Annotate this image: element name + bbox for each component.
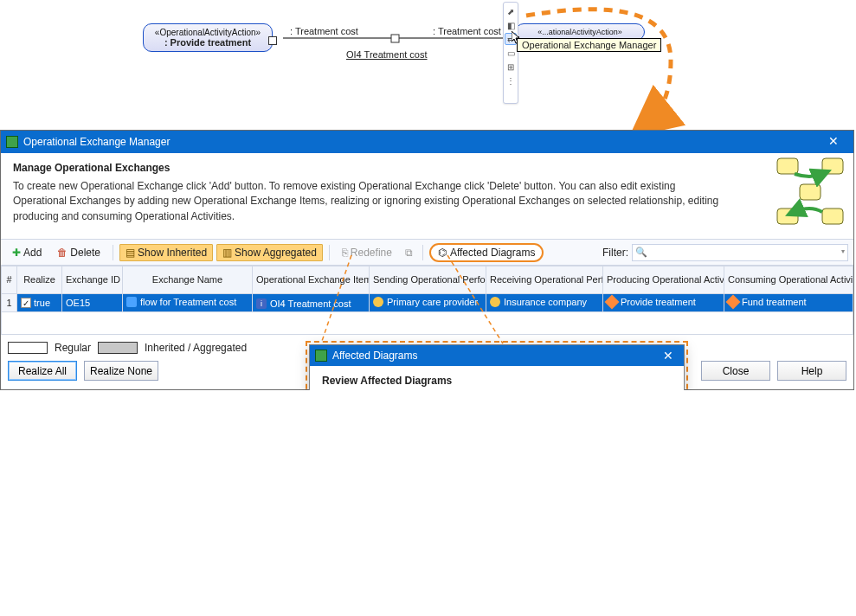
smart-toolbar[interactable]: ⬈ ◧ ⇄ ▭ ⊞ ⋮ [503,2,518,104]
col-num[interactable]: # [2,266,17,294]
col-receiver[interactable]: Receiving Operational Performer [486,266,603,294]
smart-item-5[interactable]: ⊞ [505,61,517,73]
close-button[interactable]: Close [701,361,770,381]
col-exchange-name[interactable]: Exchange Name [123,266,253,294]
stereotype-label: «...ationalActivityAction» [519,28,640,36]
cell-receiver[interactable]: Insurance company [486,294,603,312]
info-icon: i [256,298,267,309]
edge-label-left: : Treatment cost [290,26,358,36]
cell-consumer[interactable]: Fund treatment [724,294,853,312]
cell-realize[interactable]: true [17,294,62,312]
dialog-header: Manage Operational Exchanges To create n… [1,153,853,240]
svg-rect-2 [391,35,399,42]
dialog-heading: Manage Operational Exchanges [13,162,841,174]
close-button[interactable]: ✕ [656,347,680,364]
filter-area: Filter: 🔍 ▾ [602,244,848,261]
chevron-down-icon[interactable]: ▾ [841,247,845,255]
tree-icon: ⌬ [438,247,447,259]
popup-title: Affected Diagrams [332,350,418,362]
activity-icon [726,295,741,310]
cell-sender[interactable]: Primary care provider [370,294,486,312]
separator [329,245,330,260]
flow-icon [126,297,137,307]
svg-rect-6 [822,209,843,224]
affected-diagrams-popup: Affected Diagrams ✕ Review Affected Diag… [309,344,685,390]
col-producer[interactable]: Producing Operational Activity [603,266,724,294]
col-sender[interactable]: Sending Operational Performer [370,266,486,294]
separator [113,245,113,260]
app-icon [315,350,327,362]
svg-rect-4 [822,158,843,174]
popup-titlebar[interactable]: Affected Diagrams ✕ [310,345,684,366]
add-button[interactable]: ✚Add [6,244,48,261]
realize-all-button[interactable]: Realize All [8,361,77,381]
col-consumer[interactable]: Consuming Operational Activity [724,266,853,294]
dialog-description: To create new Operational Exchange click… [13,179,723,224]
cell-item[interactable]: iOI4 Treatment cost [253,294,370,312]
edge-center-label: OI4 Treatment cost [346,49,428,60]
col-item[interactable]: Operational Exchange Item [253,266,370,294]
legend-swatch-inherited [98,342,138,354]
legend-inherited-label: Inherited / Aggregated [145,342,247,354]
cell-num: 1 [2,294,17,312]
popup-header: Review Affected Diagrams Review the list… [310,366,684,390]
cell-exchange-name[interactable]: flow for Treatment cost [123,294,253,312]
smart-item-4[interactable]: ▭ [505,47,517,59]
popup-description: Review the list of diagrams where the se… [338,388,672,390]
show-inherited-toggle[interactable]: ▤Show Inherited [119,244,213,261]
dialog-title: Operational Exchange Manager [23,136,170,148]
smart-item-2[interactable]: ◧ [505,19,517,31]
table-row[interactable]: 1 true OE15 flow for Treatment cost iOI4… [2,294,853,312]
stereotype-label: «OperationalActivityAction» [152,28,263,37]
diagram-canvas: «OperationalActivityAction» : Provide tr… [0,0,856,130]
realize-none-button[interactable]: Realize None [84,361,158,381]
activity-provide-treatment[interactable]: «OperationalActivityAction» : Provide tr… [143,23,273,52]
redefine-button[interactable]: ⎘Redefine [336,244,398,261]
performer-icon [490,297,500,307]
cell-producer[interactable]: Provide treatment [603,294,724,312]
affected-diagrams-button[interactable]: ⌬ Affected Diagrams [429,243,544,262]
smart-item-1[interactable]: ⬈ [505,5,517,17]
legend-swatch-regular [8,342,48,354]
search-icon: 🔍 [635,247,647,258]
legend-regular-label: Regular [55,342,91,354]
performer-icon [373,297,383,307]
activity-icon [605,295,620,310]
activity-name: : Provide treatment [152,37,263,48]
filter-input[interactable] [632,244,848,261]
col-realize[interactable]: Realize [17,266,62,294]
svg-rect-3 [777,158,798,174]
popup-heading: Review Affected Diagrams [322,375,672,387]
svg-rect-7 [800,184,821,200]
cell-exchange-id[interactable]: OE15 [62,294,123,312]
tooltip: Operational Exchange Manager [517,38,661,52]
delete-button[interactable]: 🗑Delete [51,244,106,261]
edge-label-right: : Treatment cost [433,26,501,36]
toolbar: ✚Add 🗑Delete ▤Show Inherited ▥Show Aggre… [1,240,853,266]
close-button[interactable]: ✕ [817,132,850,150]
smart-item-6[interactable]: ⋮ [505,74,517,87]
table-header-row: # Realize Exchange ID Exchange Name Oper… [2,266,853,294]
filter-label: Filter: [602,247,628,259]
exchange-manager-dialog: Operational Exchange Manager ✕ Manage Op… [0,130,854,390]
help-button[interactable]: Help [777,361,846,381]
separator [422,245,423,260]
header-graphic [772,155,850,231]
output-pin[interactable] [268,36,277,45]
col-exchange-id[interactable]: Exchange ID [62,266,123,294]
app-icon [6,136,18,148]
realize-checkbox[interactable] [21,298,31,308]
show-aggregated-toggle[interactable]: ▥Show Aggregated [216,244,323,261]
dialog-titlebar[interactable]: Operational Exchange Manager ✕ [1,131,853,153]
exchange-table[interactable]: # Realize Exchange ID Exchange Name Oper… [1,266,853,335]
action-icon-button[interactable]: ⧉ [402,244,416,261]
table-row-empty [2,312,853,335]
